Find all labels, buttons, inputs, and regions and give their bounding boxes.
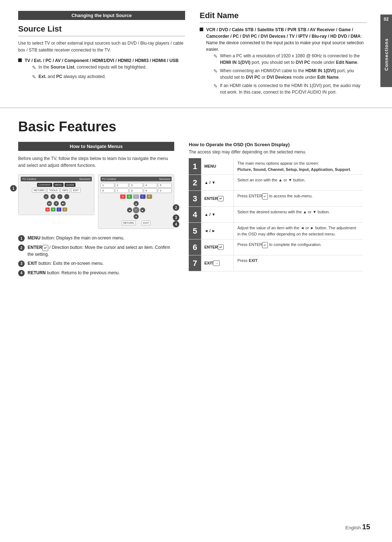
osd-row-4: 4 ▲ / ▼ Select the desired submenu with … <box>189 207 363 223</box>
remote-right: TV ControlServices 1 2 3 4 5 6 7 <box>98 174 174 229</box>
callout-item-1: 1 MENU button: Displays the main on-scre… <box>18 235 174 242</box>
nav-enter: ↵ <box>133 207 139 213</box>
num7: 7 <box>115 188 129 193</box>
pencil-icon: ✎ <box>32 64 36 71</box>
remote-row-4: ⏮ ⏸ ⏭ <box>21 201 92 206</box>
edit-name-sub2-text: When connecting an HDMI/DVI cable to the… <box>220 67 367 81</box>
osd-desc-3: Press ENTER↵ to access the sub-menu. <box>234 191 363 206</box>
tools-btn: TOOLS <box>47 188 60 193</box>
nav-left: ◄ <box>127 208 132 213</box>
undo-btn: ↺ <box>44 194 49 199</box>
source-list-bullet1: TV / Ext. / PC / AV / Component / HDMI1/… <box>18 57 185 83</box>
info-i-btn: i <box>57 194 62 199</box>
pencil-icon-4: ✎ <box>213 67 218 75</box>
callout-item-4: 4 RETURN button: Returns to the previous… <box>18 270 174 276</box>
c-btn: C <box>57 208 61 212</box>
osd-title: How to Operate the OSD (On Screen Displa… <box>189 142 363 147</box>
footer-lang: English <box>345 525 361 530</box>
edit-name-section: Edit Name VCR / DVD / Cable STB / Satell… <box>200 11 367 100</box>
osd-row-2: 2 ▲ / ▼ Select an icon with the ▲ or ▼ b… <box>189 175 363 191</box>
source-list-body: Use to select TV or other external input… <box>18 40 185 54</box>
osd-desc-1: The main menu options appear on the scre… <box>234 158 363 174</box>
osd-key-7: EXIT → <box>201 255 234 271</box>
exit-btn2: EXIT <box>142 221 151 225</box>
osd-desc-7: Press EXIT. <box>234 255 363 271</box>
callout-text-3: EXIT button: Exits the on-screen menu. <box>28 260 103 267</box>
spacer <box>137 221 140 225</box>
remote-row-3: ↺ ⏸ i — <box>21 194 92 200</box>
osd-key-2: ▲ / ▼ <box>201 175 234 190</box>
source-list-sub2: ✎ Ext. and PC always stay activated. <box>32 73 179 81</box>
num8: 8 <box>129 188 143 193</box>
osd-num-7: 7 <box>189 255 201 271</box>
remote-title-bar-2: TV ControlServices <box>101 177 172 181</box>
play-btn: ⏸ <box>54 201 59 206</box>
changing-input-source-header: Changing the Input Source <box>18 11 185 20</box>
rewind-btn: ⏮ <box>47 201 52 206</box>
page-container: 02 Connections Changing the Input Source… <box>0 0 392 542</box>
menu-btn: MENU <box>53 183 64 187</box>
nav-circle: ▲ ▼ ◄ ► ↵ <box>127 201 145 219</box>
osd-table: 1 MENU The main menu options appear on t… <box>189 158 363 271</box>
remote-row-1: CONTENT MENU GUIDE <box>21 183 92 187</box>
nav-up: ▲ <box>134 201 139 206</box>
osd-subtitle: The access step may differ depending on … <box>189 149 363 155</box>
osd-row-1: 1 MENU The main menu options appear on t… <box>189 158 363 175</box>
remote-bottom-row: RETURN EXIT <box>101 221 172 225</box>
content-btn: CONTENT <box>37 183 52 187</box>
callout-circle-4: 4 <box>173 221 179 227</box>
osd-key-3: ENTER ↵ <box>201 191 234 206</box>
num3: 3 <box>129 183 143 188</box>
remote-row-2: RETURN TOOLS INFO EXIT <box>21 188 92 193</box>
callout-text-1: MENU button: Displays the main on-screen… <box>28 235 124 241</box>
basic-features-columns: How to Navigate Menus Before using the T… <box>18 142 374 279</box>
source-list-section: Changing the Input Source Source List Us… <box>18 11 185 100</box>
num5: 5 <box>158 183 172 188</box>
a-btn: A <box>45 208 50 212</box>
nav-down: ▼ <box>134 214 139 219</box>
top-section: Changing the Input Source Source List Us… <box>0 0 392 108</box>
callout-circle-3: 3 <box>173 214 179 221</box>
num6: 6 <box>101 188 114 193</box>
navigate-menus-col: How to Navigate Menus Before using the T… <box>18 142 174 279</box>
e-btn2: D <box>147 194 152 199</box>
d-btn2: C <box>140 194 146 199</box>
edit-name-title: Edit Name <box>200 11 367 23</box>
osd-row-5: 5 ◄ / ► Adjust the value of an item with… <box>189 223 363 239</box>
pencil-icon-2: ✎ <box>32 73 36 81</box>
callout-text-2: ENTER↵ / Direction button: Move the curs… <box>28 244 174 257</box>
osd-num-1: 1 <box>189 158 201 174</box>
num4: 4 <box>144 183 158 188</box>
num9: 9 <box>144 188 158 193</box>
edit-name-sub3: ✎ If an HDMI cable is connected to the H… <box>213 82 367 95</box>
remote-images: TV ControlServices CONTENT MENU GUIDE RE… <box>18 174 174 229</box>
osd-desc-2: Select an icon with the ▲ or ▼ button. <box>234 175 363 190</box>
info-btn: INFO <box>61 188 70 193</box>
edit-name-bullet1: VCR / DVD / Cable STB / Satellite STB / … <box>200 26 367 97</box>
remote-box-1: TV ControlServices CONTENT MENU GUIDE RE… <box>18 174 94 215</box>
basic-features-section: Basic Features How to Navigate Menus Bef… <box>0 108 392 286</box>
edit-name-sub2: ✎ When connecting an HDMI/DVI cable to t… <box>213 67 367 81</box>
callout-list: 1 MENU button: Displays the main on-scre… <box>18 235 174 276</box>
callout-num-2: 2 <box>18 245 25 251</box>
source-list-bullet1-text: TV / Ext. / PC / AV / Component / HDMI1/… <box>25 58 179 63</box>
edit-name-sub1: ✎ When a PC with a resolution of 1920 x … <box>213 53 367 66</box>
osd-key-6: ENTER ↵ <box>201 239 234 255</box>
source-list-sub1-text: In the Source List, connected inputs wil… <box>38 64 147 70</box>
bullet-square-icon-2 <box>200 28 203 31</box>
osd-row-3: 3 ENTER ↵ Press ENTER↵ to access the sub… <box>189 191 363 207</box>
osd-desc-4: Select the desired submenu with the ▲ or… <box>234 207 363 222</box>
callout-text-4: RETURN button: Returns to the previous m… <box>28 270 120 276</box>
c-btn2: ✓ <box>133 194 139 199</box>
source-list-title: Source List <box>18 24 185 36</box>
d-btn: D <box>62 208 67 212</box>
callout-circle-2: 2 <box>173 204 179 211</box>
b-btn: B <box>51 208 56 212</box>
osd-row-6: 6 ENTER ↵ Press ENTER↵ to complete the c… <box>189 239 363 255</box>
remote-box-2: TV ControlServices 1 2 3 4 5 6 7 <box>98 174 174 229</box>
edit-name-bullet1-text: VCR / DVD / Cable STB / Satellite STB / … <box>206 27 364 52</box>
remote-row-5: A B C D <box>21 208 92 212</box>
source-list-sub1: ✎ In the Source List, connected inputs w… <box>32 64 179 71</box>
footer-page: 15 <box>362 523 370 531</box>
osd-key-5: ◄ / ► <box>201 223 234 239</box>
